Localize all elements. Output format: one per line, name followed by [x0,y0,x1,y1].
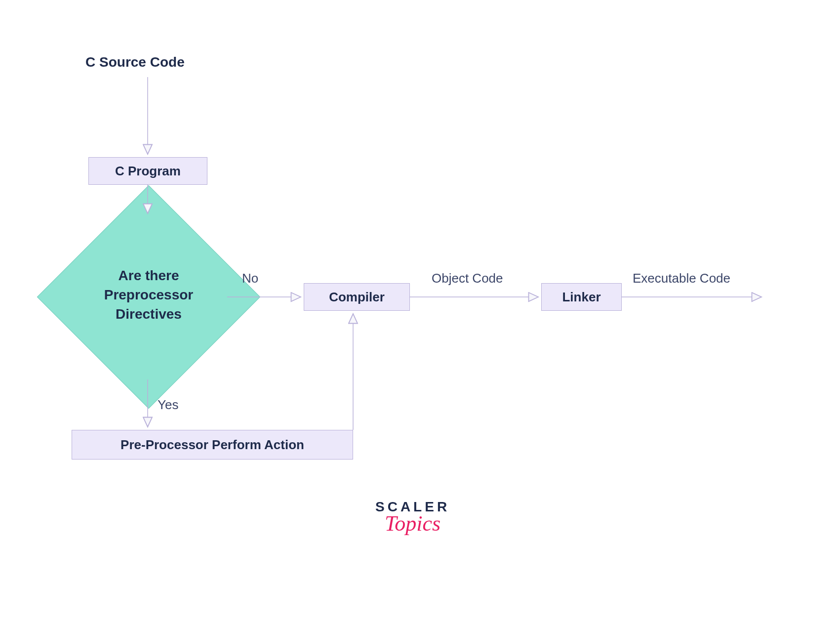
node-preprocessor: Pre-Processor Perform Action [72,430,353,460]
edge-label-yes: Yes [158,397,178,413]
node-c-program: C Program [88,157,207,185]
flowchart-diagram: C Source Code C Program Are there Prepro… [0,0,840,629]
node-compiler-label: Compiler [329,290,385,305]
edge-label-object-code: Object Code [432,271,503,286]
logo-topics-text: Topics [375,511,450,536]
node-decision-label: Are there Preprocessor Directives [84,266,213,324]
node-linker: Linker [541,283,622,311]
scaler-topics-logo: SCALER Topics [375,499,450,536]
source-code-title: C Source Code [85,54,185,70]
node-linker-label: Linker [562,290,600,305]
node-compiler: Compiler [304,283,410,311]
node-preprocessor-label: Pre-Processor Perform Action [120,437,304,453]
edge-label-executable-code: Executable Code [633,271,730,286]
edge-label-no: No [242,271,258,286]
node-c-program-label: C Program [115,164,181,179]
